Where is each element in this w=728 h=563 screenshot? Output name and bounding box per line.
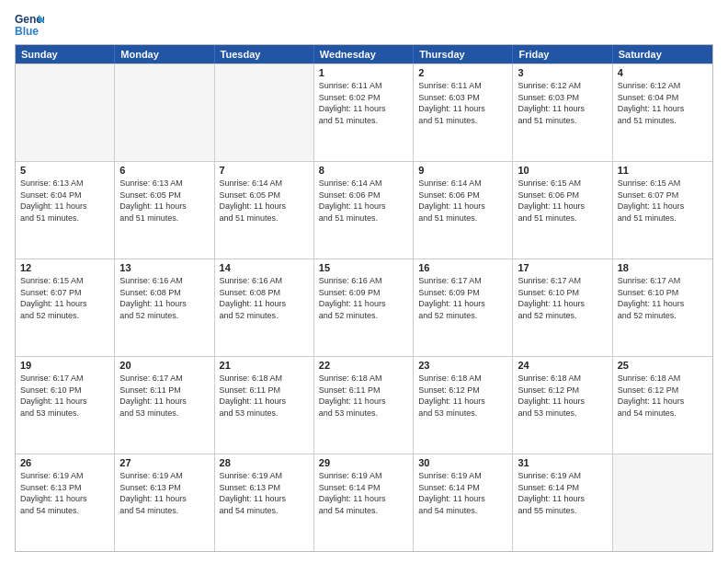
day-info: Sunrise: 6:17 AM Sunset: 6:10 PM Dayligh… xyxy=(518,275,607,321)
day-header-sunday: Sunday xyxy=(16,45,115,63)
day-cell: 25Sunrise: 6:18 AM Sunset: 6:12 PM Dayli… xyxy=(613,357,712,454)
day-info: Sunrise: 6:18 AM Sunset: 6:12 PM Dayligh… xyxy=(518,373,607,419)
day-cell: 21Sunrise: 6:18 AM Sunset: 6:11 PM Dayli… xyxy=(215,357,314,454)
day-cell: 14Sunrise: 6:16 AM Sunset: 6:08 PM Dayli… xyxy=(215,259,314,356)
day-cell: 9Sunrise: 6:14 AM Sunset: 6:06 PM Daylig… xyxy=(414,162,513,259)
day-info: Sunrise: 6:12 AM Sunset: 6:03 PM Dayligh… xyxy=(518,80,607,126)
day-number: 25 xyxy=(618,360,708,371)
day-info: Sunrise: 6:18 AM Sunset: 6:12 PM Dayligh… xyxy=(418,373,507,419)
day-cell: 3Sunrise: 6:12 AM Sunset: 6:03 PM Daylig… xyxy=(513,64,612,161)
day-cell: 8Sunrise: 6:14 AM Sunset: 6:06 PM Daylig… xyxy=(314,162,414,259)
day-number: 19 xyxy=(20,360,109,371)
day-cell: 29Sunrise: 6:19 AM Sunset: 6:14 PM Dayli… xyxy=(314,454,414,551)
week-row-4: 19Sunrise: 6:17 AM Sunset: 6:10 PM Dayli… xyxy=(16,356,712,454)
day-number: 23 xyxy=(418,360,507,371)
day-cell: 11Sunrise: 6:15 AM Sunset: 6:07 PM Dayli… xyxy=(613,162,712,259)
day-cell: 31Sunrise: 6:19 AM Sunset: 6:14 PM Dayli… xyxy=(513,454,612,551)
day-cell xyxy=(115,64,214,161)
day-info: Sunrise: 6:12 AM Sunset: 6:04 PM Dayligh… xyxy=(618,80,708,126)
day-info: Sunrise: 6:15 AM Sunset: 6:07 PM Dayligh… xyxy=(20,275,109,321)
day-info: Sunrise: 6:18 AM Sunset: 6:12 PM Dayligh… xyxy=(618,373,708,419)
day-cell: 22Sunrise: 6:18 AM Sunset: 6:11 PM Dayli… xyxy=(314,357,414,454)
day-number: 17 xyxy=(518,262,607,273)
day-number: 24 xyxy=(518,360,607,371)
day-cell: 13Sunrise: 6:16 AM Sunset: 6:08 PM Dayli… xyxy=(115,259,214,356)
day-info: Sunrise: 6:19 AM Sunset: 6:14 PM Dayligh… xyxy=(319,470,408,516)
header: General Blue xyxy=(15,11,713,37)
calendar: SundayMondayTuesdayWednesdayThursdayFrid… xyxy=(15,44,713,552)
day-info: Sunrise: 6:16 AM Sunset: 6:08 PM Dayligh… xyxy=(119,275,209,321)
day-cell: 19Sunrise: 6:17 AM Sunset: 6:10 PM Dayli… xyxy=(16,357,115,454)
day-number: 11 xyxy=(618,165,708,176)
week-row-2: 5Sunrise: 6:13 AM Sunset: 6:04 PM Daylig… xyxy=(16,161,712,259)
day-info: Sunrise: 6:19 AM Sunset: 6:13 PM Dayligh… xyxy=(20,470,109,516)
day-number: 26 xyxy=(20,457,109,468)
logo-svg: General Blue xyxy=(15,11,44,37)
day-cell: 24Sunrise: 6:18 AM Sunset: 6:12 PM Dayli… xyxy=(513,357,612,454)
day-number: 31 xyxy=(518,457,607,468)
week-row-1: 1Sunrise: 6:11 AM Sunset: 6:02 PM Daylig… xyxy=(16,63,712,161)
day-number: 27 xyxy=(119,457,209,468)
day-number: 18 xyxy=(618,262,708,273)
day-header-saturday: Saturday xyxy=(613,45,712,63)
day-info: Sunrise: 6:18 AM Sunset: 6:11 PM Dayligh… xyxy=(220,373,309,419)
day-info: Sunrise: 6:17 AM Sunset: 6:09 PM Dayligh… xyxy=(418,275,507,321)
day-info: Sunrise: 6:15 AM Sunset: 6:06 PM Dayligh… xyxy=(518,178,607,224)
day-number: 7 xyxy=(220,165,309,176)
day-number: 2 xyxy=(418,67,507,78)
day-number: 12 xyxy=(20,262,109,273)
page: General Blue SundayMondayTuesdayWednesda… xyxy=(0,0,728,563)
day-info: Sunrise: 6:18 AM Sunset: 6:11 PM Dayligh… xyxy=(319,373,408,419)
day-info: Sunrise: 6:16 AM Sunset: 6:09 PM Dayligh… xyxy=(319,275,408,321)
day-cell: 28Sunrise: 6:19 AM Sunset: 6:13 PM Dayli… xyxy=(215,454,314,551)
day-cell: 27Sunrise: 6:19 AM Sunset: 6:13 PM Dayli… xyxy=(115,454,214,551)
day-info: Sunrise: 6:16 AM Sunset: 6:08 PM Dayligh… xyxy=(220,275,309,321)
day-number: 20 xyxy=(119,360,209,371)
day-cell: 10Sunrise: 6:15 AM Sunset: 6:06 PM Dayli… xyxy=(513,162,612,259)
day-number: 5 xyxy=(20,165,109,176)
day-info: Sunrise: 6:19 AM Sunset: 6:13 PM Dayligh… xyxy=(220,470,309,516)
day-number: 14 xyxy=(220,262,309,273)
day-info: Sunrise: 6:14 AM Sunset: 6:06 PM Dayligh… xyxy=(418,178,507,224)
day-info: Sunrise: 6:17 AM Sunset: 6:10 PM Dayligh… xyxy=(618,275,708,321)
day-info: Sunrise: 6:11 AM Sunset: 6:03 PM Dayligh… xyxy=(418,80,507,126)
day-cell: 5Sunrise: 6:13 AM Sunset: 6:04 PM Daylig… xyxy=(16,162,115,259)
day-number: 8 xyxy=(319,165,408,176)
day-header-thursday: Thursday xyxy=(414,45,513,63)
day-number: 3 xyxy=(518,67,607,78)
day-number: 22 xyxy=(319,360,408,371)
day-info: Sunrise: 6:14 AM Sunset: 6:06 PM Dayligh… xyxy=(319,178,408,224)
day-cell: 16Sunrise: 6:17 AM Sunset: 6:09 PM Dayli… xyxy=(414,259,513,356)
day-cell: 20Sunrise: 6:17 AM Sunset: 6:11 PM Dayli… xyxy=(115,357,214,454)
day-number: 9 xyxy=(418,165,507,176)
day-info: Sunrise: 6:14 AM Sunset: 6:05 PM Dayligh… xyxy=(220,178,309,224)
day-number: 29 xyxy=(319,457,408,468)
day-cell: 30Sunrise: 6:19 AM Sunset: 6:14 PM Dayli… xyxy=(414,454,513,551)
day-number: 15 xyxy=(319,262,408,273)
day-cell: 17Sunrise: 6:17 AM Sunset: 6:10 PM Dayli… xyxy=(513,259,612,356)
day-cell: 15Sunrise: 6:16 AM Sunset: 6:09 PM Dayli… xyxy=(314,259,414,356)
day-number: 28 xyxy=(220,457,309,468)
day-info: Sunrise: 6:19 AM Sunset: 6:14 PM Dayligh… xyxy=(418,470,507,516)
day-header-wednesday: Wednesday xyxy=(314,45,414,63)
day-cell: 18Sunrise: 6:17 AM Sunset: 6:10 PM Dayli… xyxy=(613,259,712,356)
logo: General Blue xyxy=(15,11,44,37)
day-cell: 4Sunrise: 6:12 AM Sunset: 6:04 PM Daylig… xyxy=(613,64,712,161)
day-cell: 2Sunrise: 6:11 AM Sunset: 6:03 PM Daylig… xyxy=(414,64,513,161)
day-cell xyxy=(16,64,115,161)
day-cell: 12Sunrise: 6:15 AM Sunset: 6:07 PM Dayli… xyxy=(16,259,115,356)
day-info: Sunrise: 6:13 AM Sunset: 6:04 PM Dayligh… xyxy=(20,178,109,224)
day-number: 21 xyxy=(220,360,309,371)
day-number: 10 xyxy=(518,165,607,176)
day-number: 13 xyxy=(119,262,209,273)
day-cell: 1Sunrise: 6:11 AM Sunset: 6:02 PM Daylig… xyxy=(314,64,414,161)
day-cell xyxy=(613,454,712,551)
day-info: Sunrise: 6:19 AM Sunset: 6:14 PM Dayligh… xyxy=(518,470,607,516)
day-number: 4 xyxy=(618,67,708,78)
day-info: Sunrise: 6:17 AM Sunset: 6:11 PM Dayligh… xyxy=(119,373,209,419)
svg-text:Blue: Blue xyxy=(15,25,39,37)
day-cell: 23Sunrise: 6:18 AM Sunset: 6:12 PM Dayli… xyxy=(414,357,513,454)
day-cell: 26Sunrise: 6:19 AM Sunset: 6:13 PM Dayli… xyxy=(16,454,115,551)
day-cell: 6Sunrise: 6:13 AM Sunset: 6:05 PM Daylig… xyxy=(115,162,214,259)
day-number: 30 xyxy=(418,457,507,468)
